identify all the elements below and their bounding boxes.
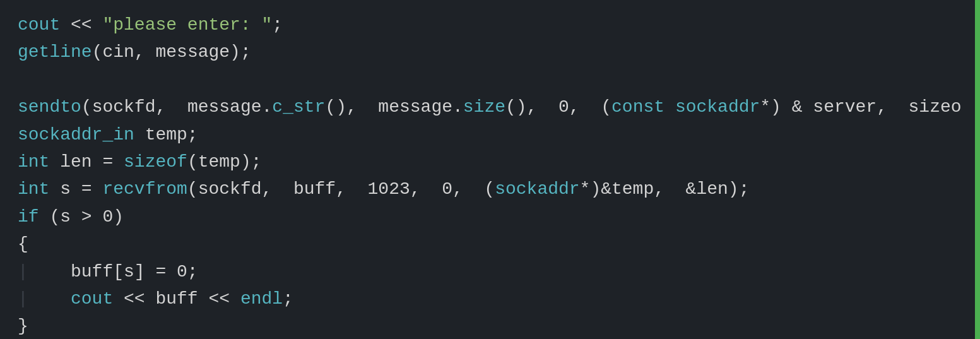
token: ( bbox=[601, 93, 611, 121]
token: cin bbox=[102, 39, 134, 66]
code-line: { bbox=[18, 230, 962, 258]
token: (), bbox=[505, 93, 548, 121]
token: 0, bbox=[548, 93, 601, 121]
token bbox=[664, 93, 675, 121]
token: } bbox=[18, 312, 28, 339]
token: | bbox=[18, 258, 71, 285]
accent-bar bbox=[975, 0, 980, 339]
token: , bbox=[134, 39, 156, 66]
token: s = bbox=[49, 175, 102, 203]
token: cout bbox=[71, 285, 113, 312]
token: . bbox=[262, 93, 273, 121]
code-line: if (s > 0) bbox=[18, 203, 962, 230]
token: | bbox=[18, 285, 71, 312]
code-line: cout << "please enter: "; bbox=[18, 11, 962, 39]
token: int bbox=[18, 148, 49, 175]
token: cout bbox=[18, 11, 60, 39]
token: getline bbox=[18, 39, 92, 66]
token: temp; bbox=[134, 121, 198, 148]
token: << buff << bbox=[113, 285, 240, 312]
token: "please enter: " bbox=[102, 11, 272, 39]
token: ( bbox=[92, 39, 103, 66]
token: recvfrom bbox=[102, 175, 187, 203]
token: c_str bbox=[272, 93, 325, 121]
token: sendto bbox=[18, 93, 81, 121]
token: message bbox=[155, 39, 230, 66]
code-line: | cout << buff << endl; bbox=[18, 285, 962, 312]
token: *) & server, sizeo bbox=[760, 93, 961, 121]
token: int bbox=[18, 175, 49, 203]
token: ( bbox=[187, 175, 198, 203]
token: len = bbox=[49, 148, 124, 175]
token: *)&temp, &len); bbox=[580, 175, 750, 203]
token: sockfd bbox=[92, 93, 156, 121]
code-line: sendto(sockfd, message.c_str(), message.… bbox=[18, 93, 962, 121]
code-lines: cout << "please enter: ";getline(cin, me… bbox=[18, 11, 962, 339]
token: endl bbox=[240, 285, 283, 312]
token: message bbox=[187, 93, 262, 121]
code-line: int s = recvfrom(sockfd, buff, 1023, 0, … bbox=[18, 175, 962, 203]
token: (temp); bbox=[187, 148, 262, 175]
token: , buff, 1023, 0, ( bbox=[262, 175, 495, 203]
token: ; bbox=[272, 11, 283, 39]
token: const bbox=[611, 93, 664, 121]
token: . bbox=[452, 93, 463, 121]
token: , bbox=[155, 93, 187, 121]
token: ); bbox=[230, 39, 251, 66]
token: sockaddr bbox=[675, 93, 760, 121]
code-line: } bbox=[18, 312, 962, 339]
token: if bbox=[18, 203, 39, 230]
token: message bbox=[368, 93, 452, 121]
token: sizeof bbox=[124, 148, 187, 175]
token: sockfd bbox=[198, 175, 262, 203]
code-line: sockaddr_in temp; bbox=[18, 121, 962, 148]
token: (s > 0) bbox=[39, 203, 124, 230]
token: ; bbox=[283, 285, 293, 312]
code-line: int len = sizeof(temp); bbox=[18, 148, 962, 175]
token: sockaddr_in bbox=[18, 121, 134, 148]
token: size bbox=[463, 93, 505, 121]
code-line bbox=[18, 66, 962, 93]
code-line: getline(cin, message); bbox=[18, 39, 962, 66]
token: (), bbox=[325, 93, 367, 121]
code-line: | buff[s] = 0; bbox=[18, 258, 962, 285]
code-editor: cout << "please enter: ";getline(cin, me… bbox=[0, 0, 980, 339]
token: { bbox=[18, 230, 28, 258]
token: buff[s] = 0; bbox=[71, 258, 198, 285]
token: ( bbox=[81, 93, 92, 121]
token: sockaddr bbox=[495, 175, 579, 203]
token: << bbox=[60, 11, 102, 39]
